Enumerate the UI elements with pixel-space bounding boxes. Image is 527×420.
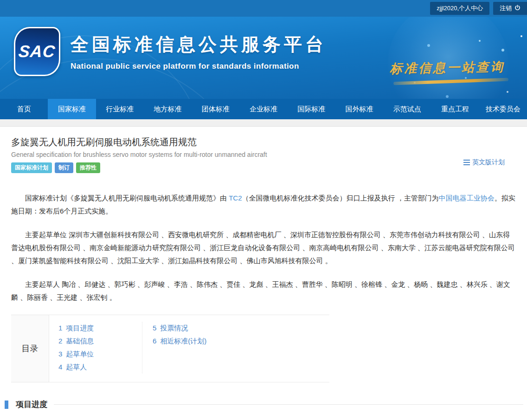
section-rule (54, 404, 523, 405)
nav-item-technical-committees[interactable]: 技术委员会 (479, 99, 527, 119)
sac-logo: SAC (14, 27, 60, 76)
site-header: SAC 全国标准信息公共服务平台 National public service… (0, 17, 527, 99)
toc-text: 相近标准(计划) (160, 337, 206, 345)
nav-item-pilot-demo[interactable]: 示范试点 (383, 99, 431, 119)
toc-item-basic-info[interactable]: 2基础信息 (58, 335, 142, 348)
user-center-label: zjjl2020,个人中心 (437, 4, 483, 13)
paragraph-drafting-units: 主要起草单位 深圳市大疆创新科技有限公司 、西安微电机研究所 、成都精密电机厂 … (11, 228, 516, 267)
nav-item-local-standards[interactable]: 地方标准 (144, 99, 192, 119)
toc-num: 2 (58, 337, 62, 345)
toc-num: 1 (58, 324, 62, 332)
site-title: 全国标准信息公共服务平台 (71, 32, 327, 57)
tag-recommended: 推荐性 (76, 162, 100, 173)
toc-num: 4 (58, 363, 62, 371)
article-header: 多旋翼无人机用无刷伺服电动机系统通用规范 General specificati… (11, 136, 516, 173)
toc-column-2: 5投票情况 6相近标准(计划) (142, 322, 206, 374)
progress-timeline: 网上公示 起草 征求意见 审查 批准 发布 (0, 418, 527, 420)
toc-item-similar-standards[interactable]: 6相近标准(计划) (153, 335, 206, 348)
main-nav: 首页 国家标准 行业标准 地方标准 团体标准 企业标准 国际标准 国外标准 示范… (0, 99, 527, 119)
nav-item-home[interactable]: 首页 (0, 99, 48, 119)
nav-item-group-standards[interactable]: 团体标准 (192, 99, 239, 119)
tc2-link[interactable]: TC2 (229, 194, 242, 202)
progress-heading: 项目进度 (16, 399, 47, 410)
nav-item-foreign-standards[interactable]: 国外标准 (335, 99, 383, 119)
association-link[interactable]: 中国电器工业协会 (439, 194, 495, 202)
toc-text: 项目进度 (66, 324, 94, 332)
logout-label: 注销 (500, 4, 512, 13)
slogan-text: 标准信息一站查询 (390, 58, 505, 77)
p1-text: （全国微电机标准化技术委员会）归口上报及执行 ，主管部门为 (242, 194, 439, 202)
toc-num: 3 (58, 350, 62, 358)
tag-formulate: 制订 (55, 162, 73, 173)
paragraph-overview: 国家标准计划《多旋翼无人机用无刷伺服电动机系统通用规范》由 TC2（全国微电机标… (11, 192, 516, 218)
sparkle-dots (521, 35, 522, 37)
nav-item-international-standards[interactable]: 国际标准 (288, 99, 335, 119)
logout-button[interactable]: 注销 (493, 2, 527, 15)
toc-body: 1项目进度 2基础信息 3起草单位 4起草人 5投票情况 6相近标准(计划) (49, 315, 329, 382)
brand-block[interactable]: SAC 全国标准信息公共服务平台 National public service… (14, 27, 327, 76)
toc-text: 起草单位 (66, 350, 94, 358)
nav-item-national-standards[interactable]: 国家标准 (48, 99, 96, 119)
toc-text: 投票情况 (160, 324, 188, 332)
nav-item-industry-standards[interactable]: 行业标准 (96, 99, 144, 119)
sac-logo-text: SAC (18, 42, 56, 61)
toc-column-1: 1项目进度 2基础信息 3起草单位 4起草人 (49, 322, 142, 374)
table-of-contents: 目录 1项目进度 2基础信息 3起草单位 4起草人 5投票情况 6相近标准(计划… (11, 315, 329, 382)
toc-item-drafters[interactable]: 4起草人 (58, 361, 142, 374)
p1-text: 国家标准计划《多旋翼无人机用无刷伺服电动机系统通用规范》由 (25, 194, 229, 202)
progress-section-header: 项目进度 (0, 399, 527, 410)
toc-item-voting[interactable]: 5投票情况 (153, 322, 206, 335)
tag-national-plan: 国家标准计划 (11, 162, 52, 173)
toc-num: 6 (153, 337, 156, 345)
list-icon (463, 160, 470, 165)
toc-item-progress[interactable]: 1项目进度 (58, 322, 142, 335)
nav-item-key-projects[interactable]: 重点工程 (431, 99, 479, 119)
page-content: 多旋翼无人机用无刷伺服电动机系统通用规范 General specificati… (0, 136, 527, 382)
brand-text: 全国标准信息公共服务平台 National public service pla… (71, 32, 327, 71)
site-subtitle: National public service platform for sta… (71, 62, 327, 71)
toc-item-drafting-units[interactable]: 3起草单位 (58, 348, 142, 361)
toc-text: 起草人 (66, 363, 87, 371)
power-icon (514, 5, 521, 12)
article-paragraphs: 国家标准计划《多旋翼无人机用无刷伺服电动机系统通用规范》由 TC2（全国微电机标… (11, 192, 516, 304)
globe-graphic (388, 17, 508, 99)
paragraph-drafters: 主要起草人 陶冶 、邱健达 、郭巧彬 、彭声峻 、李浩 、陈伟杰 、贾佳 、龙彪… (11, 278, 516, 304)
english-version-label: 英文版计划 (472, 158, 505, 167)
spacer-band (0, 119, 527, 127)
toc-label: 目录 (11, 315, 49, 382)
standard-title: 多旋翼无人机用无刷伺服电动机系统通用规范 (11, 136, 516, 149)
standard-title-english: General specification for brushless serv… (11, 151, 516, 158)
section-accent-square (5, 401, 8, 409)
top-bar: zjjl2020,个人中心 注销 (0, 0, 527, 17)
toc-text: 基础信息 (66, 337, 94, 345)
english-version-link[interactable]: 英文版计划 (463, 158, 505, 167)
user-center-button[interactable]: zjjl2020,个人中心 (430, 2, 489, 15)
toc-num: 5 (153, 324, 156, 332)
tag-row: 国家标准计划 制订 推荐性 (11, 162, 516, 173)
nav-item-enterprise-standards[interactable]: 企业标准 (239, 99, 287, 119)
